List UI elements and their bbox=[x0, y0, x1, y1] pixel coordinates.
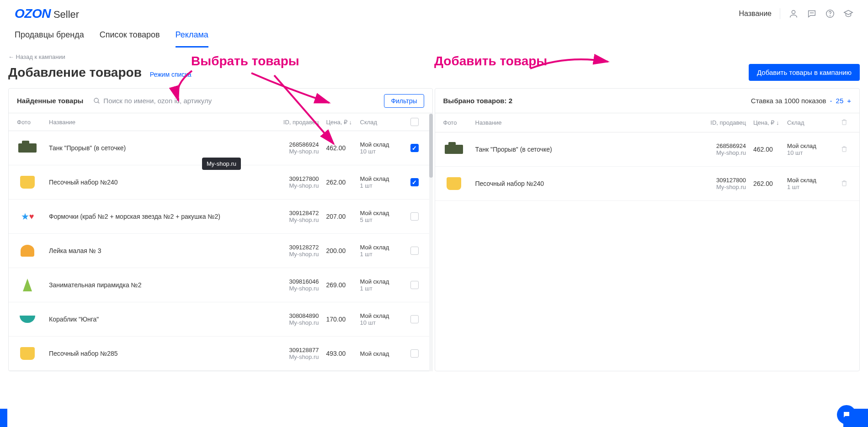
product-stock: Мой склад1 шт bbox=[360, 244, 410, 258]
col-id[interactable]: ID, продавец bbox=[273, 119, 319, 126]
product-price: 170.00 bbox=[319, 316, 360, 323]
chat-icon[interactable] bbox=[807, 9, 817, 19]
page-title: Добавление товаров bbox=[8, 65, 142, 80]
product-stock: Мой склад bbox=[360, 350, 410, 357]
nav-sellers[interactable]: Продавцы бренда bbox=[15, 30, 84, 47]
product-name: Танк "Прорыв" (в сеточке) bbox=[49, 144, 273, 152]
product-id: 309127800 bbox=[700, 177, 746, 184]
product-id: 309127800 bbox=[273, 175, 319, 182]
product-stock: Мой склад1 шт bbox=[360, 175, 410, 189]
row-checkbox[interactable] bbox=[410, 212, 419, 221]
selected-title: Выбрано товаров: 2 bbox=[443, 97, 513, 105]
product-seller: My-shop.ru bbox=[273, 148, 319, 155]
product-thumb bbox=[17, 137, 38, 158]
trash-icon[interactable] bbox=[841, 118, 848, 126]
col-price[interactable]: Цена, ₽ ↓ bbox=[319, 119, 360, 126]
product-seller: My-shop.ru bbox=[273, 319, 319, 326]
product-price: 262.00 bbox=[746, 180, 787, 187]
col-photo: Фото bbox=[17, 119, 49, 126]
table-row: Лейка малая № 3309128272My-shop.ru200.00… bbox=[9, 234, 432, 268]
product-seller: My-shop.ru bbox=[273, 285, 319, 292]
trash-icon[interactable] bbox=[841, 179, 848, 187]
row-checkbox[interactable] bbox=[410, 178, 419, 186]
back-link[interactable]: ← Назад к кампании bbox=[0, 48, 868, 64]
product-seller: My-shop.ru bbox=[273, 251, 319, 258]
found-title: Найденные товары bbox=[17, 97, 83, 105]
product-stock: Мой склад1 шт bbox=[787, 177, 837, 190]
search-icon bbox=[93, 97, 101, 105]
search-input[interactable] bbox=[103, 97, 378, 105]
svg-point-0 bbox=[792, 11, 795, 14]
svg-line-7 bbox=[98, 102, 99, 103]
product-id: 268586924 bbox=[700, 142, 746, 149]
table-row: Танк "Прорыв" (в сеточке)268586924My-sho… bbox=[435, 132, 860, 167]
row-checkbox[interactable] bbox=[410, 349, 419, 358]
found-products-panel: Найденные товары Фильтры Фото Название I… bbox=[8, 88, 433, 371]
trash-icon[interactable] bbox=[841, 145, 848, 153]
product-thumb bbox=[17, 309, 38, 330]
table-row: Песочный набор №240309127800My-shop.ru26… bbox=[9, 165, 432, 200]
rate-increase[interactable]: + bbox=[847, 97, 851, 105]
product-seller: My-shop.ru bbox=[273, 353, 319, 360]
add-to-campaign-button[interactable]: Добавить товары в кампанию bbox=[749, 64, 860, 81]
main-nav: Продавцы бренда Список товаров Реклама bbox=[0, 21, 868, 48]
nav-products[interactable]: Список товаров bbox=[100, 30, 160, 47]
help-icon[interactable] bbox=[825, 9, 835, 19]
seller-tooltip: My-shop.ru bbox=[202, 158, 241, 170]
education-icon[interactable] bbox=[843, 9, 853, 19]
product-name: Кораблик "Юнга" bbox=[49, 316, 273, 323]
logo[interactable]: OZON Seller bbox=[15, 6, 79, 21]
product-id: 268586924 bbox=[273, 141, 319, 148]
product-id: 309128472 bbox=[273, 210, 319, 216]
product-id: 309128877 bbox=[273, 347, 319, 353]
rate-value: 25 bbox=[836, 97, 844, 105]
svg-point-1 bbox=[810, 13, 811, 13]
product-thumb bbox=[443, 139, 464, 160]
filters-button[interactable]: Фильтры bbox=[384, 94, 424, 108]
product-id: 309128272 bbox=[273, 244, 319, 251]
product-seller: My-shop.ru bbox=[273, 182, 319, 189]
col-photo: Фото bbox=[443, 119, 475, 126]
header-label[interactable]: Название bbox=[739, 10, 772, 18]
selected-products-panel: Выбрано товаров: 2 Ставка за 1000 показо… bbox=[435, 88, 860, 371]
product-stock: Мой склад10 шт bbox=[787, 142, 837, 156]
user-icon[interactable] bbox=[788, 9, 799, 19]
row-checkbox[interactable] bbox=[410, 144, 419, 152]
product-thumb bbox=[17, 172, 38, 193]
product-price: 493.00 bbox=[319, 350, 360, 357]
product-name: Песочный набор №240 bbox=[475, 180, 701, 187]
product-seller: My-shop.ru bbox=[700, 149, 746, 156]
select-all-checkbox[interactable] bbox=[410, 118, 419, 126]
table-row: Песочный набор №240309127800My-shop.ru26… bbox=[435, 167, 860, 201]
row-checkbox[interactable] bbox=[410, 247, 419, 255]
rate-decrease[interactable]: - bbox=[830, 97, 832, 105]
col-price[interactable]: Цена, ₽ ↓ bbox=[746, 119, 787, 126]
row-checkbox[interactable] bbox=[410, 281, 419, 289]
col-id[interactable]: ID, продавец bbox=[700, 119, 746, 126]
nav-ads[interactable]: Реклама bbox=[176, 30, 208, 47]
product-id: 308084890 bbox=[273, 312, 319, 319]
product-seller: My-shop.ru bbox=[273, 216, 319, 223]
product-seller: My-shop.ru bbox=[700, 184, 746, 190]
row-checkbox[interactable] bbox=[410, 315, 419, 323]
table-row: Песочный набор №285309128877My-shop.ru49… bbox=[9, 337, 432, 371]
mode-link[interactable]: Режим списка bbox=[150, 71, 192, 78]
scrollbar[interactable] bbox=[429, 114, 433, 371]
product-thumb bbox=[443, 173, 464, 194]
product-stock: Мой склад10 шт bbox=[360, 141, 410, 155]
col-name: Название bbox=[475, 119, 701, 126]
svg-point-5 bbox=[830, 16, 831, 16]
product-price: 462.00 bbox=[746, 146, 787, 153]
product-price: 207.00 bbox=[319, 213, 360, 220]
product-thumb bbox=[17, 274, 38, 295]
product-price: 462.00 bbox=[319, 144, 360, 152]
product-name: Песочный набор №240 bbox=[49, 179, 273, 186]
product-thumb bbox=[17, 343, 38, 364]
svg-point-3 bbox=[813, 13, 813, 13]
table-row: ★♥Формочки (краб №2 + морская звезда №2 … bbox=[9, 200, 432, 234]
col-stock: Склад bbox=[787, 119, 837, 126]
left-table-header: Фото Название ID, продавец Цена, ₽ ↓ Скл… bbox=[9, 113, 432, 131]
col-stock: Склад bbox=[360, 119, 410, 126]
product-price: 269.00 bbox=[319, 281, 360, 289]
logo-sub: Seller bbox=[53, 9, 79, 21]
